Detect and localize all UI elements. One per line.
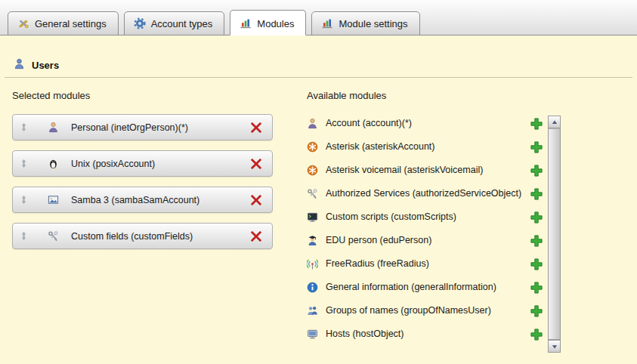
add-module-button[interactable] [530,211,543,224]
module-label: Unix (posixAccount) [71,159,250,169]
selected-modules-column: Selected modules Personal (inetOrgPerson… [12,90,273,353]
available-modules-column: Available modules Account (account)(*) A… [307,90,579,353]
section-title: Users [32,60,59,71]
module-label: Authorized Services (authorizedServiceOb… [326,188,530,199]
available-modules-list: Account (account)(*) Asterisk (asteriskA… [307,114,543,353]
add-module-button[interactable] [530,282,543,294]
add-module-button[interactable] [530,118,543,130]
tab-label: Account types [151,18,213,29]
available-module-account: Account (account)(*) [307,114,543,133]
available-module-general-information: General information (generalInformation) [307,278,543,297]
module-label: Account (account)(*) [326,118,530,129]
tab-general-settings[interactable]: General settings [8,11,119,35]
tab-label: General settings [35,18,107,29]
module-label: FreeRadius (freeRadius) [326,258,530,270]
available-module-freeradius: FreeRadius (freeRadius) [307,254,543,273]
wrench-icon [17,17,29,29]
available-module-groups-of-names: Groups of names (groupOfNamesUser) [307,301,543,320]
add-module-button[interactable] [530,235,543,247]
available-module-hosts: Hosts (hostObject) [307,325,543,344]
keys-icon [48,230,60,242]
module-label: Groups of names (groupOfNamesUser) [326,305,530,316]
gear-icon [134,17,146,29]
screen-icon [307,211,319,223]
available-module-asterisk: Asterisk (asteriskAccount) [307,137,543,156]
chart-icon [321,17,333,29]
module-label: Asterisk voicemail (asteriskVoicemail) [326,165,530,176]
asterisk-icon [307,141,319,153]
available-module-asterisk-voicemail: Asterisk voicemail (asteriskVoicemail) [307,161,543,180]
module-label: Samba 3 (sambaSamAccount) [71,195,250,205]
add-module-button[interactable] [530,188,543,200]
tab-bar: General settings Account types Modules M… [0,0,637,35]
keys-icon [307,188,319,199]
module-label: Asterisk (asteriskAccount) [326,141,530,153]
add-module-button[interactable] [530,258,543,270]
module-label: Custom scripts (customScripts) [326,211,530,223]
person-icon [307,118,319,129]
drag-handle-icon[interactable] [20,194,29,205]
module-label: Custom fields (customFields) [71,231,250,242]
module-label: Hosts (hostObject) [326,329,530,340]
drag-handle-icon[interactable] [20,122,29,133]
user-icon [14,58,25,72]
module-label: Personal (inetOrgPerson)(*) [71,122,250,133]
tab-module-settings[interactable]: Module settings [311,11,419,35]
available-modules-header: Available modules [307,90,579,101]
selected-module-personal[interactable]: Personal (inetOrgPerson)(*) [12,114,273,140]
available-modules-scrollbar[interactable] [548,116,561,353]
drag-handle-icon[interactable] [20,230,29,242]
selected-module-unix[interactable]: Unix (posixAccount) [12,150,273,177]
info-icon [307,282,319,293]
module-label: EDU person (eduPerson) [326,235,530,246]
add-module-button[interactable] [530,141,543,153]
host-icon [307,329,319,340]
scroll-up-button[interactable] [549,116,560,128]
scrollbar-thumb[interactable] [549,128,560,340]
selected-modules-header: Selected modules [12,90,273,101]
penguin-icon [48,158,60,169]
tab-label: Modules [257,18,294,29]
image-icon [48,194,60,205]
person-icon [48,122,60,133]
tab-modules[interactable]: Modules [230,10,306,35]
remove-module-button[interactable] [250,194,262,206]
remove-module-button[interactable] [250,158,262,170]
edu-person-icon [307,235,319,246]
remove-module-button[interactable] [250,122,262,134]
asterisk-icon [307,165,319,176]
add-module-button[interactable] [530,329,543,341]
remove-module-button[interactable] [250,230,262,242]
add-module-button[interactable] [530,165,543,177]
module-label: General information (generalInformation) [326,282,530,293]
radius-icon [307,258,319,270]
modules-columns: Selected modules Personal (inetOrgPerson… [0,78,637,353]
group-icon [307,305,319,316]
tab-account-types[interactable]: Account types [124,11,225,35]
available-module-edu-person: EDU person (eduPerson) [307,231,543,250]
selected-module-samba3[interactable]: Samba 3 (sambaSamAccount) [12,187,273,213]
drag-handle-icon[interactable] [20,158,29,169]
tab-label: Module settings [339,18,407,29]
chart-icon [240,17,252,29]
available-module-custom-scripts: Custom scripts (customScripts) [307,208,543,227]
users-section-heading: Users [5,58,632,78]
selected-module-custom-fields[interactable]: Custom fields (customFields) [12,223,273,249]
scroll-down-button[interactable] [549,340,560,352]
add-module-button[interactable] [530,305,543,317]
available-module-authorized-services: Authorized Services (authorizedServiceOb… [307,184,543,203]
